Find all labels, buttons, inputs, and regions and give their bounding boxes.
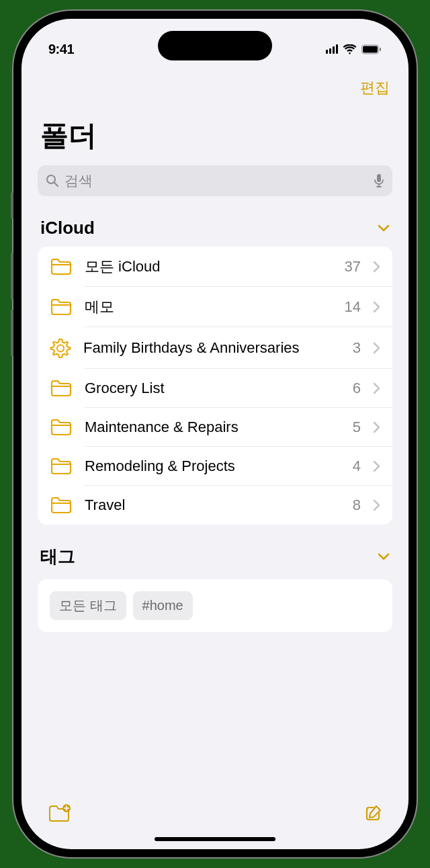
chevron-right-icon (373, 261, 380, 273)
folder-list: 모든 iCloud37 메모14 Family Birthdays & Anni… (38, 247, 392, 525)
chevron-right-icon (373, 421, 380, 433)
folder-icon (50, 457, 73, 476)
search-field[interactable] (38, 165, 392, 196)
screen: 9:41 (22, 19, 408, 849)
folder-row[interactable]: Remodeling & Projects4 (38, 447, 392, 486)
folder-icon (50, 418, 73, 437)
svg-point-3 (47, 175, 55, 183)
page-title: 폴더 (22, 98, 408, 165)
svg-line-4 (54, 183, 58, 186)
svg-point-10 (57, 345, 64, 352)
search-input[interactable] (59, 173, 374, 189)
folder-row[interactable]: Travel8 (38, 486, 392, 525)
phone-frame: 9:41 (13, 11, 417, 857)
folder-count: 14 (345, 298, 361, 316)
folder-name: Family Birthdays & Anniversaries (83, 339, 341, 357)
chevron-right-icon (373, 382, 380, 394)
tags-section-header[interactable]: 태그 (22, 529, 408, 575)
chevron-right-icon (373, 460, 380, 472)
svg-rect-1 (363, 46, 378, 52)
folder-name: 메모 (85, 297, 333, 317)
folder-name: Travel (85, 496, 341, 514)
folder-row[interactable]: 메모14 (38, 287, 392, 327)
icloud-section-title: iCloud (40, 218, 95, 238)
chevron-right-icon (373, 499, 380, 511)
edit-button[interactable]: 편집 (360, 78, 390, 98)
folder-row[interactable]: Maintenance & Repairs5 (38, 408, 392, 447)
folder-icon (50, 298, 73, 316)
mic-icon[interactable] (374, 173, 384, 188)
new-folder-button[interactable] (47, 804, 71, 824)
nav-bar: 편집 (22, 64, 408, 98)
folder-row[interactable]: Grocery List6 (38, 369, 392, 408)
folder-name: 모든 iCloud (85, 257, 333, 277)
tags-container: 모든 태그#home (38, 579, 392, 632)
cellular-signal-icon (326, 44, 338, 54)
tag-pill[interactable]: 모든 태그 (50, 591, 126, 620)
folder-icon (50, 257, 73, 276)
folder-count: 6 (353, 380, 361, 397)
chevron-right-icon (373, 342, 380, 354)
folder-count: 4 (353, 458, 361, 475)
gear-icon (50, 337, 71, 359)
chevron-right-icon (373, 301, 380, 313)
folder-count: 3 (353, 339, 361, 357)
chevron-down-icon (378, 222, 390, 234)
folder-icon (50, 496, 73, 515)
status-indicators (326, 44, 382, 54)
search-icon (46, 174, 59, 187)
chevron-down-icon (378, 551, 390, 563)
wifi-icon (343, 44, 357, 54)
folder-name: Maintenance & Repairs (85, 419, 341, 436)
folder-count: 8 (353, 496, 361, 514)
tags-section-title: 태그 (40, 545, 75, 568)
battery-icon (361, 44, 382, 54)
svg-rect-2 (380, 48, 381, 51)
folder-name: Remodeling & Projects (85, 458, 341, 475)
icloud-section-header[interactable]: iCloud (22, 212, 408, 243)
folder-count: 37 (345, 258, 361, 275)
compose-button[interactable] (363, 804, 383, 824)
folder-row[interactable]: 모든 iCloud37 (38, 247, 392, 287)
folder-icon (50, 379, 73, 398)
svg-rect-5 (377, 174, 381, 182)
tag-pill[interactable]: #home (133, 591, 193, 620)
home-indicator[interactable] (155, 837, 275, 841)
status-time: 9:41 (48, 42, 74, 57)
folder-name: Grocery List (85, 380, 341, 397)
dynamic-island (158, 31, 272, 60)
folder-row[interactable]: Family Birthdays & Anniversaries3 (38, 327, 392, 369)
folder-count: 5 (353, 419, 361, 436)
